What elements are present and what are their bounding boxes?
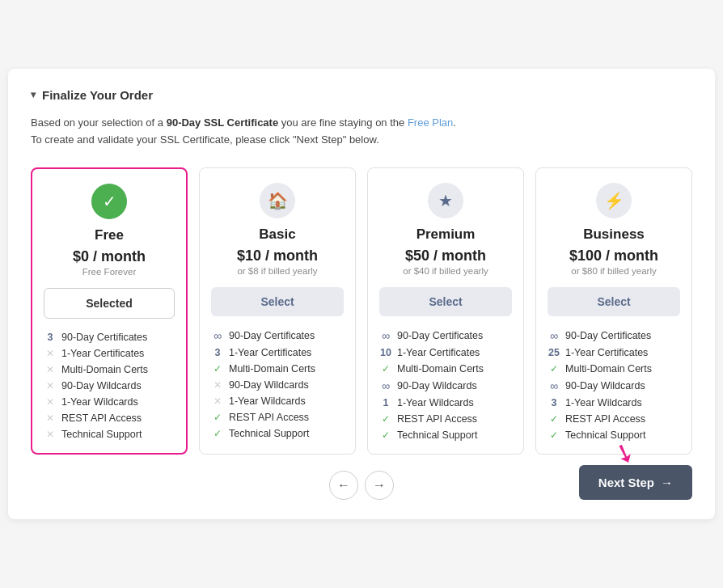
feature-prefix-business-0: ∞ bbox=[548, 329, 560, 342]
next-step-button[interactable]: Next Step → bbox=[579, 465, 692, 500]
plan-icon-premium: ★ bbox=[428, 183, 463, 218]
feature-item-free-3: ✕90-Day Wildcards bbox=[44, 380, 175, 391]
desc-mid: you are fine staying on the bbox=[278, 116, 408, 129]
feature-label-free-4: 1-Year Wildcards bbox=[61, 396, 138, 408]
plan-button-business[interactable]: Select bbox=[548, 287, 680, 316]
prev-arrow-button[interactable]: ← bbox=[329, 471, 358, 500]
feature-item-free-0: 390-Day Certificates bbox=[44, 332, 175, 343]
feature-item-premium-4: 11-Year Wildcards bbox=[379, 397, 512, 408]
plan-button-free[interactable]: Selected bbox=[44, 288, 175, 319]
feature-label-basic-1: 1-Year Certificates bbox=[229, 347, 311, 358]
feature-prefix-business-5: ✓ bbox=[548, 413, 560, 425]
plan-price-premium: $50 / month bbox=[405, 247, 486, 264]
plan-icon-free: ✓ bbox=[91, 184, 127, 219]
feature-prefix-free-6: ✕ bbox=[44, 429, 57, 440]
feature-prefix-business-1: 25 bbox=[548, 347, 560, 358]
feature-item-premium-0: ∞90-Day Certificates bbox=[379, 329, 512, 342]
feature-prefix-basic-4: ✕ bbox=[211, 396, 224, 407]
feature-label-business-0: 90-Day Certificates bbox=[565, 330, 651, 341]
feature-item-premium-1: 101-Year Certificates bbox=[379, 347, 512, 358]
plan-features-basic: ∞90-Day Certificates31-Year Certificates… bbox=[211, 329, 344, 439]
feature-label-premium-5: REST API Access bbox=[397, 413, 477, 425]
feature-item-business-5: ✓REST API Access bbox=[548, 413, 680, 425]
feature-prefix-basic-6: ✓ bbox=[211, 428, 224, 439]
feature-prefix-free-2: ✕ bbox=[44, 364, 57, 375]
feature-prefix-free-5: ✕ bbox=[44, 412, 57, 424]
feature-label-business-4: 1-Year Wildcards bbox=[565, 397, 642, 408]
feature-label-premium-6: Technical Support bbox=[397, 429, 477, 441]
next-step-arrow-icon: → bbox=[661, 476, 673, 489]
plan-icon-basic: 🏠 bbox=[260, 183, 295, 218]
feature-item-basic-5: ✓REST API Access bbox=[211, 412, 344, 423]
plan-features-free: 390-Day Certificates✕1-Year Certificates… bbox=[44, 332, 175, 440]
feature-prefix-business-4: 3 bbox=[548, 397, 560, 408]
plan-price-sub-basic: or $8 if billed yearly bbox=[237, 266, 317, 276]
feature-label-basic-6: Technical Support bbox=[229, 428, 309, 439]
next-step-wrapper: ➘ Next Step → bbox=[579, 438, 692, 500]
feature-prefix-premium-4: 1 bbox=[379, 397, 392, 408]
plan-price-sub-free: Free Forever bbox=[82, 267, 136, 277]
plan-card-free: ✓Free$0 / monthFree ForeverSelected390-D… bbox=[31, 167, 188, 455]
feature-label-basic-0: 90-Day Certificates bbox=[229, 330, 315, 341]
feature-prefix-business-3: ∞ bbox=[548, 379, 560, 392]
feature-item-free-1: ✕1-Year Certificates bbox=[44, 348, 175, 359]
plan-features-business: ∞90-Day Certificates251-Year Certificate… bbox=[548, 329, 680, 441]
feature-prefix-basic-3: ✕ bbox=[211, 379, 224, 391]
nav-arrows: ← → bbox=[329, 471, 394, 500]
description-text: Based on your selection of a 90-Day SSL … bbox=[31, 115, 692, 149]
feature-item-premium-3: ∞90-Day Wildcards bbox=[379, 379, 512, 392]
feature-prefix-premium-6: ✓ bbox=[379, 429, 392, 441]
bottom-row: ← → ➘ Next Step → bbox=[31, 471, 692, 500]
feature-prefix-premium-3: ∞ bbox=[379, 379, 392, 392]
feature-label-free-0: 90-Day Certificates bbox=[61, 332, 147, 343]
next-arrow-button[interactable]: → bbox=[365, 471, 394, 500]
feature-item-business-0: ∞90-Day Certificates bbox=[548, 329, 680, 342]
feature-label-basic-2: Multi-Domain Certs bbox=[229, 363, 315, 374]
feature-item-basic-2: ✓Multi-Domain Certs bbox=[211, 363, 344, 374]
feature-label-free-6: Technical Support bbox=[61, 429, 142, 440]
feature-item-free-2: ✕Multi-Domain Certs bbox=[44, 364, 175, 375]
section-title: Finalize Your Order bbox=[42, 88, 153, 102]
desc-bold: 90-Day SSL Certificate bbox=[167, 116, 279, 129]
feature-item-basic-4: ✕1-Year Wildcards bbox=[211, 396, 344, 407]
plan-card-premium: ★Premium$50 / monthor $40 if billed year… bbox=[367, 167, 524, 455]
feature-prefix-business-2: ✓ bbox=[548, 363, 560, 374]
feature-item-basic-1: 31-Year Certificates bbox=[211, 347, 344, 358]
feature-label-premium-3: 90-Day Wildcards bbox=[397, 380, 477, 391]
feature-item-premium-5: ✓REST API Access bbox=[379, 413, 512, 425]
feature-prefix-free-3: ✕ bbox=[44, 380, 57, 391]
feature-label-basic-3: 90-Day Wildcards bbox=[229, 379, 309, 391]
feature-label-premium-4: 1-Year Wildcards bbox=[397, 397, 474, 408]
feature-prefix-premium-1: 10 bbox=[379, 347, 392, 358]
desc-prefix: Based on your selection of a bbox=[31, 116, 167, 129]
feature-label-business-3: 90-Day Wildcards bbox=[565, 380, 645, 391]
feature-prefix-basic-0: ∞ bbox=[211, 329, 224, 342]
feature-prefix-basic-1: 3 bbox=[211, 347, 224, 358]
plan-icon-business: ⚡ bbox=[596, 183, 632, 218]
plan-price-basic: $10 / month bbox=[237, 247, 318, 264]
plan-button-premium[interactable]: Select bbox=[379, 287, 512, 316]
feature-item-basic-6: ✓Technical Support bbox=[211, 428, 344, 439]
feature-prefix-premium-5: ✓ bbox=[379, 413, 392, 425]
feature-prefix-business-6: ✓ bbox=[548, 429, 560, 441]
plan-button-basic[interactable]: Select bbox=[211, 287, 344, 316]
feature-item-business-1: 251-Year Certificates bbox=[548, 347, 680, 358]
feature-item-business-3: ∞90-Day Wildcards bbox=[548, 379, 680, 392]
feature-item-premium-2: ✓Multi-Domain Certs bbox=[379, 363, 512, 374]
feature-label-free-2: Multi-Domain Certs bbox=[61, 364, 148, 375]
feature-label-premium-0: 90-Day Certificates bbox=[397, 330, 483, 341]
plans-grid: ✓Free$0 / monthFree ForeverSelected390-D… bbox=[31, 167, 692, 455]
plan-name-free: Free bbox=[95, 227, 124, 243]
desc-end: . bbox=[453, 116, 456, 129]
feature-label-business-1: 1-Year Certificates bbox=[565, 347, 648, 358]
plan-features-premium: ∞90-Day Certificates101-Year Certificate… bbox=[379, 329, 512, 441]
desc-highlight: Free Plan bbox=[408, 116, 453, 129]
feature-prefix-basic-5: ✓ bbox=[211, 412, 224, 423]
main-container: ▾ Finalize Your Order Based on your sele… bbox=[8, 69, 715, 520]
feature-item-business-4: 31-Year Wildcards bbox=[548, 397, 680, 408]
plan-price-free: $0 / month bbox=[73, 248, 146, 265]
feature-item-business-2: ✓Multi-Domain Certs bbox=[548, 363, 680, 374]
feature-label-premium-1: 1-Year Certificates bbox=[397, 347, 480, 358]
feature-item-free-4: ✕1-Year Wildcards bbox=[44, 396, 175, 408]
plan-name-basic: Basic bbox=[259, 226, 295, 243]
